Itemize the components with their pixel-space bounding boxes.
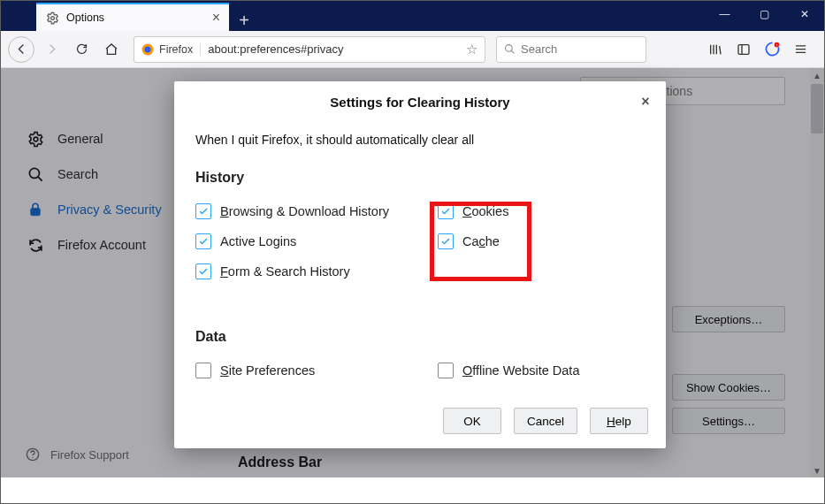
gear-icon: [45, 11, 59, 25]
reload-button[interactable]: [68, 36, 95, 63]
checkbox-icon: [438, 363, 454, 378]
cancel-button[interactable]: Cancel: [514, 408, 577, 434]
window-close-button[interactable]: ✕: [784, 1, 824, 27]
checkbox-icon: [195, 233, 211, 249]
checkbox-icon: [195, 203, 211, 219]
window-minimize-button[interactable]: —: [705, 1, 745, 27]
content-area: ▲ ▼ Find in Options General Search Priva…: [1, 68, 824, 477]
help-button[interactable]: Help: [590, 408, 648, 434]
tab-close-icon[interactable]: ×: [212, 11, 220, 25]
search-placeholder: Search: [521, 42, 557, 56]
svg-point-2: [145, 46, 151, 52]
url-text: about:preferences#privacy: [208, 42, 343, 56]
bookmark-star-icon[interactable]: ☆: [466, 42, 477, 57]
window-maximize-button[interactable]: ▢: [745, 1, 784, 27]
identity-label: Firefox: [159, 43, 193, 56]
menu-button[interactable]: [787, 36, 814, 63]
dialog-intro-text: When I quit Firefox, it should automatic…: [195, 133, 645, 147]
identity-box[interactable]: Firefox: [141, 43, 201, 56]
checkbox-icon: [195, 363, 211, 378]
svg-text:!: !: [775, 43, 776, 48]
home-button[interactable]: [98, 36, 125, 63]
svg-rect-4: [738, 44, 749, 54]
library-icon[interactable]: [702, 36, 729, 63]
highlight-annotation: [430, 202, 531, 281]
dialog-close-button[interactable]: ×: [636, 92, 655, 111]
checkbox-form-history[interactable]: Form & Search History: [195, 256, 402, 286]
search-box[interactable]: Search: [496, 36, 646, 63]
dialog-title: Settings for Clearing History ×: [174, 81, 666, 122]
sidebar-toggle-icon[interactable]: [730, 36, 757, 63]
checkbox-active-logins[interactable]: Active Logins: [195, 226, 402, 256]
tab-label: Options: [66, 11, 104, 24]
history-heading: History: [195, 170, 645, 186]
data-heading: Data: [195, 329, 645, 345]
checkbox-offline-data[interactable]: Offline Website Data: [438, 355, 645, 386]
url-bar[interactable]: Firefox about:preferences#privacy ☆: [134, 36, 485, 63]
nav-toolbar: Firefox about:preferences#privacy ☆ Sear…: [1, 31, 824, 68]
checkbox-site-preferences[interactable]: Site Preferences: [195, 355, 402, 386]
clear-history-dialog: Settings for Clearing History × When I q…: [174, 81, 666, 448]
ok-button[interactable]: OK: [443, 408, 501, 434]
checkbox-icon: [195, 263, 211, 279]
new-tab-button[interactable]: +: [229, 11, 259, 31]
tab-options[interactable]: Options ×: [36, 3, 229, 31]
back-button[interactable]: [8, 36, 34, 63]
checkbox-browsing-history[interactable]: Browsing & Download History: [195, 196, 402, 226]
sync-error-icon[interactable]: !: [759, 36, 785, 63]
svg-point-3: [506, 45, 513, 52]
svg-point-0: [50, 16, 54, 19]
forward-button[interactable]: [38, 36, 65, 63]
